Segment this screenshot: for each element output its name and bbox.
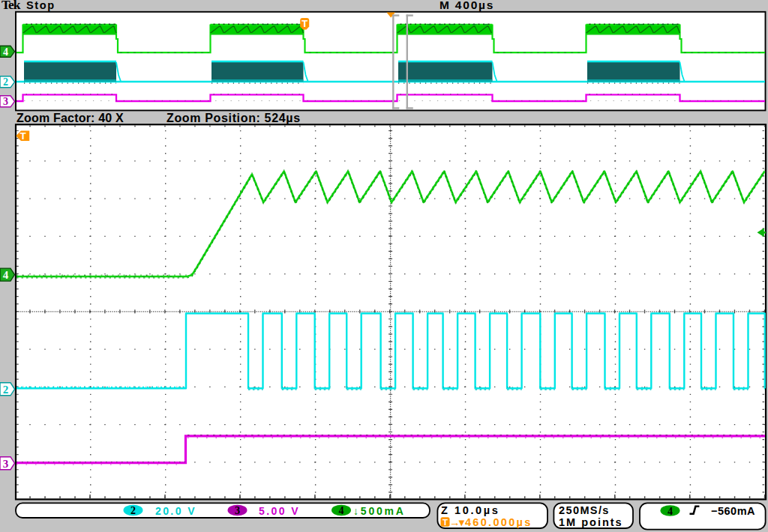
svg-text:2: 2 <box>3 384 9 396</box>
svg-text:4: 4 <box>668 506 673 517</box>
svg-text:3: 3 <box>3 96 8 107</box>
svg-text:4: 4 <box>3 46 8 58</box>
svg-text:3: 3 <box>3 458 9 470</box>
svg-text:T: T <box>20 130 26 142</box>
svg-text:4: 4 <box>339 505 344 516</box>
svg-text:4: 4 <box>3 269 9 281</box>
svg-text:2: 2 <box>130 505 136 516</box>
svg-text:2: 2 <box>3 76 8 88</box>
svg-text:3: 3 <box>235 505 240 516</box>
svg-text:T: T <box>302 18 308 29</box>
svg-text:T: T <box>442 518 448 527</box>
